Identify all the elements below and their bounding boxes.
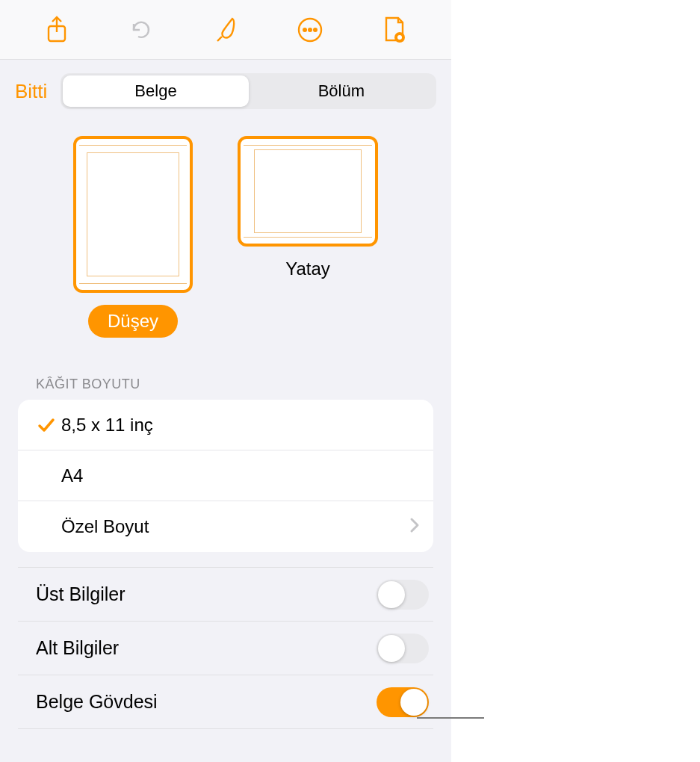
document-view-icon[interactable]	[378, 13, 411, 46]
body-label: Belge Gövdesi	[36, 691, 377, 713]
body-toggle[interactable]	[377, 687, 429, 717]
undo-icon[interactable]	[125, 13, 158, 46]
headers-toggle[interactable]	[377, 580, 429, 610]
tab-document[interactable]: Belge	[63, 75, 248, 107]
footers-toggle[interactable]	[377, 634, 429, 663]
paper-size-option-custom[interactable]: Özel Boyut	[18, 501, 433, 552]
landscape-thumbnail-icon	[238, 136, 378, 247]
brush-icon[interactable]	[209, 13, 242, 46]
headers-row: Üst Bilgiler	[18, 568, 433, 622]
svg-point-4	[314, 28, 317, 31]
svg-point-6	[397, 35, 402, 40]
landscape-label: Yatay	[285, 258, 330, 279]
orientation-portrait[interactable]: Düşey	[73, 136, 193, 338]
header-row: Bitti Belge Bölüm	[0, 60, 451, 118]
paper-size-label: Özel Boyut	[61, 516, 409, 537]
svg-point-3	[309, 28, 312, 31]
paper-size-label: A4	[61, 465, 420, 486]
callout-area	[451, 0, 700, 762]
paper-size-label: 8,5 x 11 inç	[61, 415, 420, 436]
settings-panel: Bitti Belge Bölüm Düşey Yatay KÂĞIT BOYU…	[0, 0, 451, 762]
orientation-landscape[interactable]: Yatay	[238, 136, 378, 338]
svg-point-2	[303, 28, 306, 31]
paper-size-option-letter[interactable]: 8,5 x 11 inç	[18, 400, 433, 450]
tab-section[interactable]: Bölüm	[249, 75, 434, 107]
toolbar	[0, 0, 451, 60]
orientation-picker: Düşey Yatay	[0, 118, 451, 350]
portrait-thumbnail-icon	[73, 136, 193, 293]
paper-size-header: KÂĞIT BOYUTU	[0, 350, 451, 400]
more-icon[interactable]	[294, 13, 326, 46]
paper-size-option-a4[interactable]: A4	[18, 450, 433, 501]
body-row: Belge Gövdesi	[18, 675, 433, 729]
footers-row: Alt Bilgiler	[18, 622, 433, 675]
chevron-right-icon	[409, 517, 420, 536]
portrait-label: Düşey	[88, 305, 178, 338]
footers-label: Alt Bilgiler	[36, 637, 377, 659]
done-button[interactable]: Bitti	[15, 80, 47, 103]
toggle-group: Üst Bilgiler Alt Bilgiler Belge Gövdesi	[18, 567, 433, 729]
share-icon[interactable]	[40, 13, 73, 46]
segmented-control: Belge Bölüm	[61, 73, 436, 109]
callout-line-icon	[417, 717, 484, 719]
checkmark-icon	[31, 415, 61, 435]
paper-size-list: 8,5 x 11 inç A4 Özel Boyut	[18, 400, 433, 552]
headers-label: Üst Bilgiler	[36, 583, 377, 605]
